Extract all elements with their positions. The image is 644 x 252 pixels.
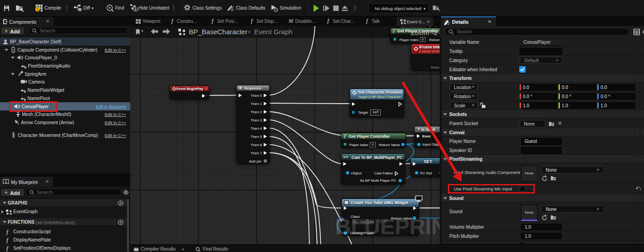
- svg-text:?: ?: [37, 8, 39, 12]
